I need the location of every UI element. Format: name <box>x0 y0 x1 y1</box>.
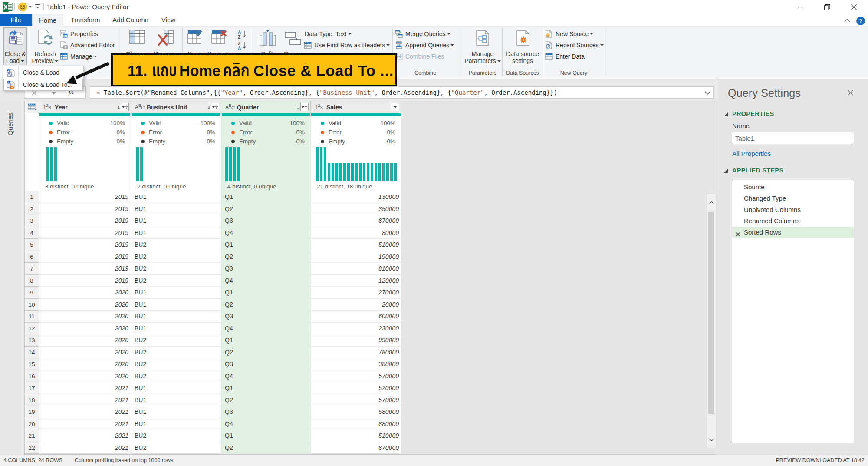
row-number[interactable]: 21 <box>25 430 39 442</box>
row-number[interactable]: 3 <box>25 215 39 227</box>
cell-quarter[interactable]: Q3 <box>221 263 311 275</box>
restore-button[interactable] <box>817 0 837 14</box>
tab-transform[interactable]: Transform <box>63 14 107 26</box>
cell-business-unit[interactable]: BU2 <box>131 275 221 287</box>
cell-quarter[interactable]: Q1 <box>221 430 311 442</box>
cell-quarter[interactable]: Q2 <box>221 299 311 311</box>
cell-sales[interactable]: 990000 <box>311 334 401 347</box>
cell-business-unit[interactable]: BU1 <box>131 227 221 239</box>
cell-quarter[interactable]: Q1 <box>221 382 311 394</box>
cell-business-unit[interactable]: BU1 <box>131 191 221 203</box>
cell-business-unit[interactable]: BU1 <box>131 406 221 418</box>
step-changed-type[interactable]: Changed Type <box>732 193 854 204</box>
column-header[interactable]: ABC Quarter 3 <box>221 101 311 113</box>
cell-quarter[interactable]: Q1 <box>221 287 311 299</box>
cell-quarter[interactable]: Q4 <box>221 418 311 430</box>
collapse-ribbon-icon[interactable] <box>842 17 852 24</box>
properties-button[interactable]: Properties <box>60 29 98 39</box>
cell-business-unit[interactable]: BU2 <box>131 334 221 347</box>
expand-formula-icon[interactable] <box>704 91 711 95</box>
row-number[interactable]: 16 <box>25 370 39 383</box>
use-first-row-button[interactable]: Use First Row as Headers <box>304 40 390 50</box>
cell-sales[interactable]: 880000 <box>311 418 401 430</box>
cell-year[interactable]: 2019 <box>39 191 131 203</box>
cell-business-unit[interactable]: BU1 <box>131 418 221 430</box>
cell-business-unit[interactable]: BU1 <box>131 382 221 394</box>
row-number[interactable]: 4 <box>25 227 39 239</box>
cell-sales[interactable]: 350000 <box>311 203 401 215</box>
cell-sales[interactable]: 130000 <box>311 191 401 203</box>
select-all-corner[interactable] <box>25 101 39 113</box>
recent-sources-button[interactable]: Recent Sources <box>545 40 604 50</box>
step-source[interactable]: Source <box>732 182 854 193</box>
cell-year[interactable]: 2020 <box>39 287 131 299</box>
row-number[interactable]: 11 <box>25 311 39 323</box>
cell-year[interactable]: 2020 <box>39 311 131 323</box>
scroll-down-icon[interactable] <box>709 437 714 443</box>
cell-business-unit[interactable]: BU2 <box>131 358 221 370</box>
cell-business-unit[interactable]: BU2 <box>131 251 221 263</box>
cell-quarter[interactable]: Q2 <box>221 347 311 359</box>
row-number[interactable]: 17 <box>25 382 39 394</box>
row-number[interactable]: 22 <box>25 442 39 454</box>
cell-year[interactable]: 2019 <box>39 251 131 263</box>
cell-quarter[interactable]: Q3 <box>221 406 311 418</box>
row-number[interactable]: 7 <box>25 263 39 275</box>
smiley-feedback-button[interactable] <box>17 2 32 12</box>
commit-step-icon[interactable] <box>51 91 56 95</box>
cell-sales[interactable]: 20000 <box>311 299 401 311</box>
cell-quarter[interactable]: Q2 <box>221 394 311 407</box>
cell-sales[interactable]: 600000 <box>311 311 401 323</box>
query-name-input[interactable] <box>732 132 854 144</box>
queries-pane-collapsed[interactable]: Queries <box>0 101 23 455</box>
cell-quarter[interactable]: Q1 <box>221 191 311 203</box>
cell-business-unit[interactable]: BU1 <box>131 311 221 323</box>
cell-year[interactable]: 2019 <box>39 227 131 239</box>
append-queries-button[interactable]: Append Queries <box>395 40 454 50</box>
scroll-up-icon[interactable] <box>709 200 714 205</box>
cell-quarter[interactable]: Q4 <box>221 370 311 383</box>
data-type-control[interactable]: Data Type: Text <box>305 29 352 39</box>
data-source-settings-button[interactable]: Data sourcesettings <box>505 27 540 65</box>
row-number[interactable]: 10 <box>25 299 39 311</box>
cell-sales[interactable]: 510000 <box>311 430 401 442</box>
cell-year[interactable]: 2019 <box>39 275 131 287</box>
cell-year[interactable]: 2019 <box>39 263 131 275</box>
cell-year[interactable]: 2020 <box>39 334 131 347</box>
collapse-steps-icon[interactable] <box>724 169 728 173</box>
step-sorted-rows[interactable]: Sorted Rows <box>732 227 854 238</box>
minimize-button[interactable] <box>791 0 811 14</box>
cell-quarter[interactable]: Q4 <box>221 275 311 287</box>
cell-sales[interactable]: 570000 <box>311 394 401 407</box>
cell-sales[interactable]: 230000 <box>311 323 401 335</box>
sort-descending-button[interactable]: Z A <box>236 41 251 51</box>
cell-business-unit[interactable]: BU1 <box>131 215 221 227</box>
row-number[interactable]: 1 <box>25 191 39 203</box>
tab-add-column[interactable]: Add Column <box>107 14 154 26</box>
help-icon[interactable]: ? <box>856 16 865 26</box>
cell-year[interactable]: 2021 <box>39 430 131 442</box>
scrollbar-thumb[interactable] <box>708 212 714 414</box>
cell-year[interactable]: 2021 <box>39 418 131 430</box>
row-number[interactable]: 2 <box>25 203 39 215</box>
collapse-properties-icon[interactable] <box>724 112 728 116</box>
formula-input[interactable]: = Table.Sort(#"Renamed Columns",{{"Year"… <box>90 86 714 99</box>
quick-access-toolbar-button[interactable] <box>33 3 43 11</box>
cell-quarter[interactable]: Q3 <box>221 215 311 227</box>
column-header[interactable]: ABC Business Unit 2 <box>131 101 221 113</box>
cell-sales[interactable]: 870000 <box>311 215 401 227</box>
filter-dropdown-icon[interactable] <box>391 103 399 111</box>
row-number[interactable]: 6 <box>25 251 39 263</box>
cell-business-unit[interactable]: BU1 <box>131 299 221 311</box>
cell-quarter[interactable]: Q1 <box>221 239 311 251</box>
enter-data-button[interactable]: Enter Data <box>545 52 585 61</box>
cell-year[interactable]: 2020 <box>39 370 131 383</box>
close-panel-icon[interactable] <box>846 89 854 97</box>
cell-year[interactable]: 2020 <box>39 358 131 370</box>
cell-business-unit[interactable]: BU1 <box>131 287 221 299</box>
tab-view[interactable]: View <box>154 14 183 26</box>
cell-quarter[interactable]: Q1 <box>221 334 311 347</box>
filter-dropdown-icon[interactable] <box>121 103 129 111</box>
cell-year[interactable]: 2020 <box>39 347 131 359</box>
step-renamed-columns[interactable]: Renamed Columns <box>732 215 854 227</box>
